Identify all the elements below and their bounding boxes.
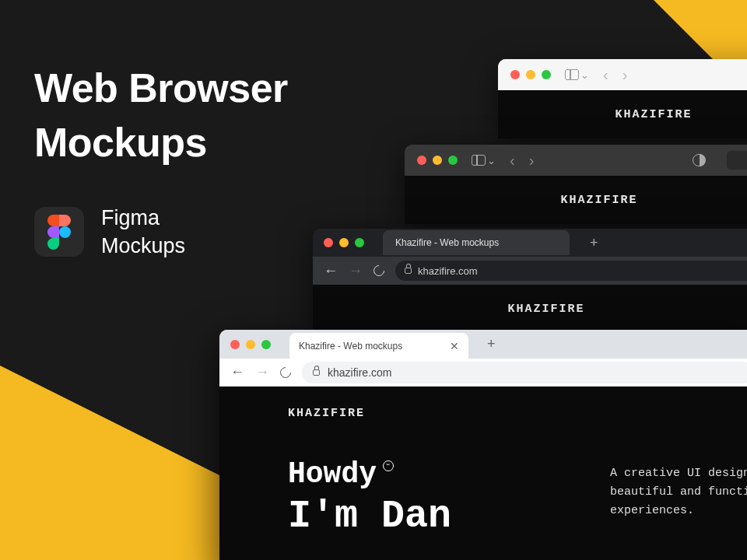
page-header: KHAZIFIRE: [313, 285, 747, 333]
window-controls[interactable]: [417, 156, 458, 165]
page-header: KHAZIFIRE: [405, 176, 747, 224]
back-button[interactable]: ‹: [603, 66, 608, 84]
close-window-icon[interactable]: [510, 70, 520, 79]
tab-title: Khazifire - Web mockups: [395, 237, 499, 248]
chevron-down-icon: ⌄: [487, 155, 496, 166]
back-button[interactable]: ←: [230, 364, 244, 380]
address-bar[interactable]: khazifire.com: [302, 362, 747, 383]
sidebar-toggle-button[interactable]: ⌄: [472, 155, 496, 166]
window-controls[interactable]: [510, 70, 551, 79]
address-bar[interactable]: [727, 151, 747, 170]
brand-logo: KHAZIFIRE: [288, 407, 696, 420]
lock-icon: [313, 369, 320, 376]
forward-button[interactable]: ›: [529, 152, 535, 170]
tab-title: Khazifire - Web mockups: [299, 341, 402, 352]
minimize-window-icon[interactable]: [433, 156, 442, 165]
close-tab-button[interactable]: ✕: [450, 340, 459, 352]
address-bar[interactable]: khazifire.com: [395, 261, 747, 281]
url-text: khazifire.com: [418, 265, 478, 277]
new-tab-button[interactable]: +: [590, 235, 598, 251]
close-window-icon[interactable]: [324, 238, 333, 247]
title-line-1: Web Browser: [34, 61, 288, 115]
reload-button[interactable]: [371, 263, 387, 278]
chrome-light-mockup: Khazifire - Web mockups ✕ + ← → khazifir…: [219, 330, 747, 560]
page-header: KHAZIFIRE: [498, 90, 747, 138]
browser-tab[interactable]: Khazifire - Web mockups: [383, 230, 570, 255]
url-toolbar: ← → khazifire.com: [313, 257, 747, 285]
url-toolbar: ← → khazifire.com: [219, 359, 747, 387]
tab-bar: Khazifire - Web mockups ✕ +: [219, 330, 747, 359]
safari-toolbar: ⌄ ‹ ›: [405, 145, 747, 176]
safari-light-mockup: ⌄ ‹ › KHAZIFIRE: [498, 59, 747, 138]
tab-bar: Khazifire - Web mockups +: [313, 229, 747, 257]
figma-section: Figma Mockups: [34, 204, 185, 261]
window-controls[interactable]: [324, 238, 364, 247]
sidebar-icon: [472, 155, 486, 166]
minimize-window-icon[interactable]: [339, 238, 349, 247]
url-text: khazifire.com: [328, 366, 391, 379]
safari-dark-mockup: ⌄ ‹ › KHAZIFIRE: [405, 145, 747, 224]
brand-logo: KHAZIFIRE: [507, 303, 584, 316]
minimize-window-icon[interactable]: [246, 340, 255, 349]
back-button[interactable]: ←: [324, 263, 338, 279]
forward-button[interactable]: ›: [622, 66, 628, 84]
forward-button[interactable]: →: [255, 364, 269, 380]
brand-logo: KHAZIFIRE: [560, 194, 637, 207]
new-tab-button[interactable]: +: [487, 336, 496, 352]
brand-logo: KHAZIFIRE: [615, 108, 692, 121]
maximize-window-icon[interactable]: [355, 238, 364, 247]
smiley-icon: [383, 460, 394, 471]
chrome-dark-mockup: Khazifire - Web mockups + ← → khazifire.…: [313, 229, 747, 333]
sidebar-icon: [565, 69, 579, 80]
maximize-window-icon[interactable]: [448, 156, 458, 165]
window-controls[interactable]: [230, 340, 271, 349]
title-line-2: Mockups: [34, 115, 288, 170]
browser-tab[interactable]: Khazifire - Web mockups ✕: [289, 333, 468, 359]
tagline-text: A creative UI designer beautiful and fun…: [610, 464, 747, 520]
figma-icon: [34, 207, 84, 257]
figma-label: Figma Mockups: [101, 204, 185, 261]
back-button[interactable]: ‹: [510, 152, 515, 170]
lock-icon: [405, 268, 412, 274]
maximize-window-icon[interactable]: [261, 340, 271, 349]
greeting-text: Howdy: [288, 457, 377, 491]
sidebar-toggle-button[interactable]: ⌄: [565, 69, 589, 81]
forward-button[interactable]: →: [349, 263, 363, 279]
maximize-window-icon[interactable]: [542, 70, 551, 79]
page-title: Web Browser Mockups: [34, 61, 288, 170]
safari-toolbar: ⌄ ‹ ›: [498, 59, 747, 90]
page-content: KHAZIFIRE Howdy I'm Dan A creative UI de…: [219, 387, 747, 560]
chevron-down-icon: ⌄: [580, 69, 589, 81]
close-window-icon[interactable]: [230, 340, 240, 349]
reload-button[interactable]: [278, 365, 293, 380]
privacy-shield-icon[interactable]: [693, 154, 705, 166]
minimize-window-icon[interactable]: [526, 70, 535, 79]
close-window-icon[interactable]: [417, 156, 426, 165]
